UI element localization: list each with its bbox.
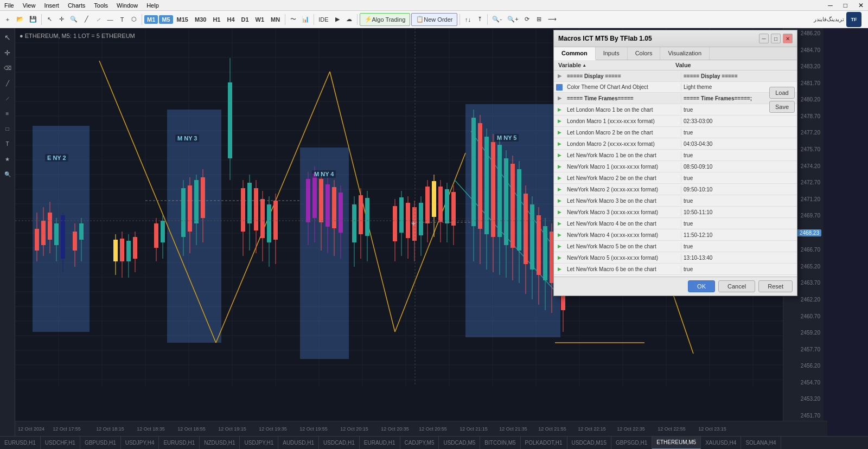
row-val-nym4t[interactable]: 11:50-12:10 bbox=[681, 231, 797, 239]
row-val-nym2t[interactable]: 09:50-10:10 bbox=[681, 185, 797, 194]
toolbar-cloud[interactable]: ☁ bbox=[344, 13, 355, 26]
toolbar-hline[interactable]: — bbox=[105, 13, 116, 26]
reset-button[interactable]: Reset bbox=[758, 280, 793, 292]
lt-shapes[interactable]: □ bbox=[1, 121, 15, 136]
dialog-restore[interactable]: □ bbox=[771, 34, 781, 43]
toolbar-crosshair[interactable]: ✛ bbox=[56, 13, 67, 26]
tab-ethereum-m5[interactable]: ETHEREUM,M5 bbox=[652, 437, 701, 450]
tf-h4[interactable]: H4 bbox=[224, 15, 237, 24]
toolbar-trend-line[interactable]: ⟋ bbox=[93, 13, 104, 26]
toolbar-buy[interactable]: ⤒ bbox=[474, 13, 485, 26]
toolbar-zoom-out[interactable]: 🔍- bbox=[490, 13, 504, 26]
dialog-minimize[interactable]: ─ bbox=[759, 34, 769, 43]
menu-file[interactable]: File bbox=[4, 2, 14, 9]
row-val-nym5b[interactable]: true bbox=[681, 242, 797, 251]
lt-fib[interactable]: ≡ bbox=[1, 106, 15, 120]
menu-tools[interactable]: Tools bbox=[94, 2, 108, 9]
tab-usdchf-h1[interactable]: USDCHF,H1 bbox=[41, 437, 80, 450]
lt-cursor[interactable]: ↖ bbox=[1, 30, 15, 44]
row-val-lm2b[interactable]: true bbox=[681, 129, 797, 137]
toolbar-cursor[interactable]: ↖ bbox=[44, 13, 55, 26]
lt-text[interactable]: T bbox=[1, 137, 15, 151]
tab-usdjpy-h1[interactable]: USDJPY,H1 bbox=[240, 437, 278, 450]
toolbar-text[interactable]: T bbox=[117, 13, 127, 26]
row-val-nym3t[interactable]: 10:50-11:10 bbox=[681, 208, 797, 216]
tab-usdcad-m5[interactable]: USDCAD,M5 bbox=[439, 437, 480, 450]
toolbar-new-chart[interactable]: + bbox=[2, 13, 13, 26]
lt-trend[interactable]: ╱ bbox=[1, 76, 15, 90]
toolbar-shapes[interactable]: ⬡ bbox=[129, 13, 139, 26]
row-val-lm2t[interactable]: 04:03-04:30 bbox=[681, 140, 797, 148]
dialog-scroll[interactable]: ▶ ===== Display ===== ===== Display ====… bbox=[554, 70, 797, 277]
ok-button[interactable]: OK bbox=[688, 280, 715, 292]
tab-usdcad-m15[interactable]: USDCAD,M15 bbox=[567, 437, 611, 450]
row-val-nym4b[interactable]: true bbox=[681, 220, 797, 228]
tab-cadjpy-m5[interactable]: CADJPY,M5 bbox=[400, 437, 439, 450]
toolbar-zoom-in2[interactable]: 🔍+ bbox=[505, 13, 520, 26]
tab-gbpusd-h1[interactable]: GBPUSD,H1 bbox=[80, 437, 121, 450]
row-val-nym5t[interactable]: 13:10-13:40 bbox=[681, 254, 797, 262]
win-close[interactable]: ✕ bbox=[858, 2, 864, 9]
tab-usdjpy-h4[interactable]: USDJPY,H4 bbox=[121, 437, 159, 450]
tf-h1[interactable]: H1 bbox=[210, 15, 223, 24]
tab-bitcoin-m5[interactable]: BITCOIN,M5 bbox=[480, 437, 520, 450]
save-button[interactable]: Save bbox=[769, 101, 795, 113]
tf-w1[interactable]: W1 bbox=[253, 15, 267, 24]
toolbar-autoscale[interactable]: ⟶ bbox=[546, 13, 559, 26]
cancel-button[interactable]: Cancel bbox=[718, 280, 755, 292]
tab-usdcad-h1[interactable]: USDCAD,H1 bbox=[319, 437, 360, 450]
row-val-nym3b[interactable]: true bbox=[681, 197, 797, 205]
dialog-tab-inputs[interactable]: Inputs bbox=[596, 47, 628, 60]
toolbar-zoom-in[interactable]: 🔍 bbox=[68, 13, 80, 26]
tab-xauusd-h4[interactable]: XAUUSD,H4 bbox=[701, 437, 741, 450]
tab-nzdusd-h1[interactable]: NZDUSD,H1 bbox=[200, 437, 240, 450]
dialog-close[interactable]: ✕ bbox=[783, 34, 793, 43]
toolbar-chart-type-line[interactable]: 〜 bbox=[288, 13, 298, 26]
menu-help[interactable]: Help bbox=[146, 2, 159, 9]
toolbar-chart-type-bar[interactable]: 📊 bbox=[299, 13, 311, 26]
toolbar-open-file[interactable]: 📂 bbox=[14, 13, 26, 26]
menu-window[interactable]: Window bbox=[117, 2, 138, 9]
tf-m1[interactable]: M1 bbox=[144, 15, 158, 24]
toolbar-line[interactable]: ╱ bbox=[81, 13, 92, 26]
lt-channel[interactable]: ⟋ bbox=[1, 91, 15, 105]
row-val-nym6b[interactable]: true bbox=[681, 265, 797, 273]
new-order-btn[interactable]: 📋 New Order bbox=[411, 13, 457, 26]
lt-eraser[interactable]: ⌫ bbox=[1, 61, 15, 75]
tf-m30[interactable]: M30 bbox=[192, 15, 209, 24]
row-val-nym1t[interactable]: 08:50-09:10 bbox=[681, 163, 797, 171]
tf-mn[interactable]: MN bbox=[268, 15, 283, 24]
toolbar-ohlc[interactable]: ↑↓ bbox=[462, 13, 473, 26]
toolbar-indicators[interactable]: IDE bbox=[316, 13, 330, 26]
win-maximize[interactable]: □ bbox=[844, 2, 847, 9]
row-val-nym1b[interactable]: true bbox=[681, 151, 797, 159]
menu-view[interactable]: View bbox=[23, 2, 36, 9]
lt-zoom[interactable]: 🔍 bbox=[1, 167, 15, 181]
load-button[interactable]: Load bbox=[769, 87, 795, 99]
row-val-nym6t[interactable]: 15:15-15:45 bbox=[681, 277, 797, 277]
lt-icons[interactable]: ★ bbox=[1, 152, 15, 166]
tf-m15[interactable]: M15 bbox=[174, 15, 191, 24]
toolbar-scripts[interactable]: ▶ bbox=[332, 13, 343, 26]
tf-m5[interactable]: M5 bbox=[159, 15, 173, 24]
menu-charts[interactable]: Charts bbox=[68, 2, 85, 9]
tab-audusd-h1[interactable]: AUDUSD,H1 bbox=[278, 437, 319, 450]
menu-insert[interactable]: Insert bbox=[44, 2, 59, 9]
tf-d1[interactable]: D1 bbox=[239, 15, 252, 24]
win-minimize[interactable]: ─ bbox=[828, 2, 833, 9]
tab-eurusd-h1[interactable]: EURUSD,H1 bbox=[0, 437, 41, 450]
tab-gbpsgd-h1[interactable]: GBPSGD,H1 bbox=[611, 437, 652, 450]
dialog-tab-common[interactable]: Common bbox=[554, 47, 596, 60]
toolbar-save[interactable]: 💾 bbox=[27, 13, 39, 26]
tab-polkadot-h1[interactable]: POLKADOT,H1 bbox=[521, 437, 567, 450]
tab-euraud-h1[interactable]: EURAUD,H1 bbox=[360, 437, 400, 450]
dialog-tab-colors[interactable]: Colors bbox=[628, 47, 661, 60]
algo-trading-btn[interactable]: ⚡ Algo Trading bbox=[360, 13, 411, 26]
tab-solana-h4[interactable]: SOLANA,H4 bbox=[741, 437, 781, 450]
row-val-nym2b[interactable]: true bbox=[681, 174, 797, 182]
tab-eurusd-h1-2[interactable]: EURUSD,H1 bbox=[159, 437, 200, 450]
toolbar-grid[interactable]: ⊞ bbox=[534, 13, 545, 26]
row-val-lm1t[interactable]: 02:33-03:00 bbox=[681, 117, 797, 125]
lt-cross[interactable]: ✛ bbox=[1, 46, 15, 60]
toolbar-auto-scroll[interactable]: ⟳ bbox=[522, 13, 533, 26]
